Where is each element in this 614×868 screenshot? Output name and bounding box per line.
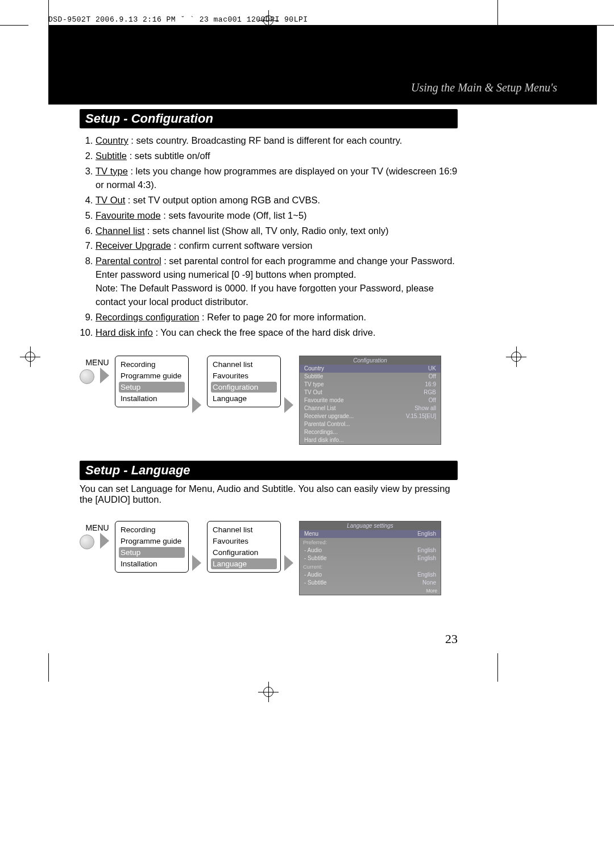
osd-panel-language: Language settingsMenuEnglishPreferred:- …	[299, 521, 441, 595]
menu-item: Installation	[119, 393, 185, 404]
config-term: Recordings configuration	[96, 312, 200, 322]
osd-row-value: 16:9	[425, 381, 436, 387]
menu-flow-configuration: MENU RecordingProgramme guideSetupInstal…	[80, 356, 458, 445]
trim-line	[497, 0, 498, 28]
osd-row-label: Channel List	[304, 405, 336, 411]
osd-footer: More	[300, 587, 441, 595]
config-term: Country	[96, 135, 128, 145]
osd-row-value: UK	[428, 365, 436, 372]
trim-line	[497, 653, 498, 682]
osd-row: Channel ListShow all	[300, 404, 441, 412]
arrow-right-icon	[100, 368, 109, 383]
menu-item: Language	[211, 393, 277, 404]
osd-row-label: TV type	[304, 381, 323, 387]
config-term: Hard disk info	[96, 327, 153, 337]
menu-button-icon	[80, 369, 94, 384]
config-desc: : sets subtitle on/off	[127, 151, 210, 161]
registration-mark-icon	[20, 347, 40, 367]
osd-row-value: None	[422, 579, 436, 586]
arrow-right-icon	[192, 397, 201, 413]
trim-line	[586, 25, 614, 26]
arrow-right-icon	[284, 555, 293, 571]
osd-row-label: Favourite mode	[304, 397, 343, 403]
osd-row-label: TV Out	[304, 389, 322, 395]
config-term: TV type	[96, 166, 128, 176]
osd-row-value: English	[417, 531, 436, 537]
osd-row-label: - Subtitle	[304, 579, 326, 586]
osd-row: TV OutRGB	[300, 389, 441, 397]
config-desc: : set TV output option among RGB and CVB…	[125, 195, 320, 205]
config-desc: : confirm current software version	[171, 240, 313, 251]
config-term: Channel list	[96, 226, 144, 236]
config-item: Hard disk info : You can check the free …	[96, 326, 458, 340]
menu-box-main: RecordingProgramme guideSetupInstallatio…	[115, 356, 189, 407]
config-item: TV Out : set TV output option among RGB …	[96, 194, 458, 207]
menu-item: Channel list	[211, 524, 277, 535]
menu-item: Programme guide	[119, 370, 185, 381]
osd-row: TV type16:9	[300, 381, 441, 389]
menu-flow-language: MENU RecordingProgramme guideSetupInstal…	[80, 521, 458, 595]
menu-label: MENU	[85, 523, 109, 532]
osd-row-value: Show all	[414, 405, 436, 411]
osd-row-label: Parental Control...	[304, 421, 350, 427]
menu-box-main: RecordingProgramme guideSetupInstallatio…	[115, 521, 189, 573]
osd-row-value: Off	[429, 397, 436, 403]
config-term: TV Out	[96, 195, 125, 205]
menu-label: MENU	[85, 358, 109, 367]
arrow-right-icon	[100, 533, 109, 549]
section-heading-language: Setup - Language	[80, 461, 458, 480]
breadcrumb: Using the Main & Setup Menu's	[411, 81, 557, 94]
config-item: Country : sets country. Broadcasting RF …	[96, 134, 458, 148]
osd-row-label: - Subtitle	[304, 555, 326, 561]
registration-mark-icon	[258, 682, 279, 702]
osd-row-value: English	[417, 547, 436, 553]
page-number: 23	[80, 632, 458, 646]
config-term: Subtitle	[96, 151, 127, 161]
menu-item: Installation	[119, 558, 185, 569]
osd-section-label: Current:	[300, 562, 441, 571]
osd-section-label: Preferred:	[300, 538, 441, 546]
osd-row-label: Hard disk info...	[304, 437, 343, 443]
menu-item: Setup	[119, 382, 185, 393]
osd-row-value: RGB	[424, 389, 436, 395]
menu-item: Favourites	[211, 536, 277, 546]
osd-row-label: Country	[304, 365, 324, 372]
osd-row: Favourite modeOff	[300, 397, 441, 404]
config-term: Parental control	[96, 256, 161, 266]
osd-row: Hard disk info...	[300, 436, 441, 444]
config-item: Parental control : set parental control …	[96, 254, 458, 309]
config-note: Note: The Default Password is 0000. If y…	[96, 282, 458, 309]
osd-row-value: Off	[429, 373, 436, 379]
config-item: Receiver Upgrade : confirm current softw…	[96, 239, 458, 253]
menu-button-icon	[80, 535, 94, 549]
osd-title: Language settings	[300, 521, 441, 530]
menu-box-setup: Channel listFavouritesConfigurationLangu…	[207, 521, 281, 573]
osd-row: CountryUK	[300, 365, 441, 373]
osd-row: MenuEnglish	[300, 530, 441, 538]
osd-row: Recordings...	[300, 428, 441, 436]
trim-line	[48, 0, 49, 28]
config-item: Channel list : sets channel list (Show a…	[96, 224, 458, 238]
menu-item: Configuration	[211, 382, 277, 393]
menu-item: Setup	[119, 547, 185, 558]
configuration-list: Country : sets country. Broadcasting RF …	[80, 134, 458, 340]
osd-row: - AudioEnglish	[300, 571, 441, 579]
osd-row-label: Subtitle	[304, 373, 323, 379]
config-desc: : lets you change how programmes are dis…	[96, 166, 457, 190]
language-intro: You can set Language for Menu, Audio and…	[80, 483, 458, 505]
osd-row: Parental Control...	[300, 420, 441, 428]
menu-item: Recording	[119, 359, 185, 370]
osd-row: - AudioEnglish	[300, 546, 441, 554]
osd-row: - SubtitleEnglish	[300, 554, 441, 562]
config-item: Recordings configuration : Refer to page…	[96, 311, 458, 324]
config-item: Subtitle : sets subtitle on/off	[96, 149, 458, 163]
menu-item: Programme guide	[119, 536, 185, 546]
trim-line	[0, 25, 28, 26]
menu-item: Configuration	[211, 547, 277, 558]
config-desc: : sets channel list (Show all, TV only, …	[144, 226, 388, 236]
config-item: Favourite mode : sets favourite mode (Of…	[96, 209, 458, 223]
menu-item: Channel list	[211, 359, 277, 370]
config-term: Favourite mode	[96, 210, 161, 220]
osd-row-label: Recordings...	[304, 429, 338, 435]
config-desc: : Refer to page 20 for more information.	[200, 312, 366, 322]
